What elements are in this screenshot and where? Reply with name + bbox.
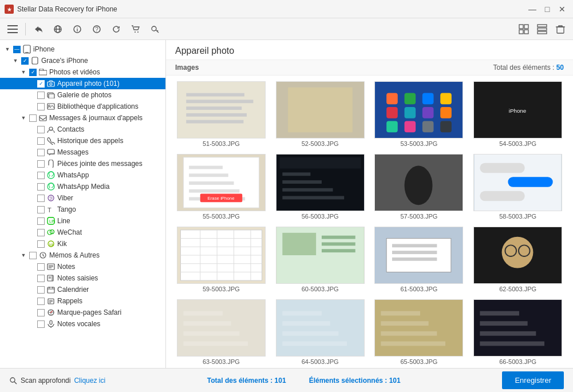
- image-wrapper[interactable]: ✓iPhone: [473, 81, 562, 138]
- sidebar-item-historique[interactable]: Historique des appels: [0, 135, 165, 146]
- image-wrapper[interactable]: ✓: [276, 154, 365, 211]
- checkbox-iphone[interactable]: —: [13, 46, 21, 53]
- sidebar-item-appareil-photo[interactable]: ✓ Appareil photo (101): [0, 78, 165, 89]
- checkbox-historique[interactable]: [37, 137, 45, 145]
- checkbox-rappels[interactable]: [37, 298, 45, 305]
- image-wrapper[interactable]: ✓Erase iPhone: [177, 154, 266, 211]
- refresh-button[interactable]: [108, 21, 124, 37]
- image-wrapper[interactable]: ✓: [473, 299, 562, 357]
- checkbox-whatsapp-media[interactable]: [37, 183, 45, 191]
- sidebar-item-messages-journaux[interactable]: ▼ Messages & journaux d'appels: [0, 112, 165, 124]
- minimize-button[interactable]: —: [526, 3, 539, 15]
- sidebar-item-viber[interactable]: Viber: [0, 192, 165, 204]
- image-cell[interactable]: ✓Erase iPhone55-5003.JPG: [175, 154, 267, 220]
- image-wrapper[interactable]: ✓: [177, 299, 266, 357]
- checkbox-memos[interactable]: [29, 252, 37, 259]
- expand-photos[interactable]: ▼: [19, 68, 27, 76]
- back-button[interactable]: [30, 21, 46, 37]
- image-cell[interactable]: ✓51-5003.JPG: [175, 81, 267, 147]
- checkbox-messages[interactable]: [37, 149, 45, 156]
- expand-iphone[interactable]: ▼: [3, 45, 11, 53]
- expand-memos[interactable]: ▼: [19, 251, 27, 259]
- checkbox-whatsapp[interactable]: [37, 172, 45, 179]
- scan-link[interactable]: Cliquez ici: [74, 377, 105, 385]
- sidebar-item-tango[interactable]: T Tango: [0, 204, 165, 215]
- image-cell[interactable]: ✓65-5003.JPG: [373, 299, 465, 365]
- checkbox-wechat[interactable]: [37, 229, 45, 236]
- checkbox-galerie[interactable]: [37, 92, 45, 99]
- sidebar-item-galerie[interactable]: Galerie de photos: [0, 89, 165, 101]
- checkbox-notes-vocales[interactable]: [37, 320, 45, 328]
- sidebar-item-bibliotheque[interactable]: Bibliothèque d'applications: [0, 101, 165, 112]
- image-wrapper[interactable]: ✓: [473, 227, 562, 284]
- sidebar-item-kik[interactable]: kik Kik: [0, 238, 165, 250]
- image-cell[interactable]: ✓56-5003.JPG: [274, 154, 366, 220]
- checkbox-messages-journaux[interactable]: [29, 114, 37, 122]
- image-wrapper[interactable]: ✓: [374, 227, 463, 284]
- image-cell[interactable]: ✓61-5003.JPG: [373, 227, 465, 292]
- expand-messages[interactable]: ▼: [19, 114, 27, 122]
- checkbox-viber[interactable]: [37, 195, 45, 202]
- grid-view-button[interactable]: [516, 21, 532, 37]
- image-cell[interactable]: ✓66-5003.JPG: [472, 299, 564, 365]
- image-cell[interactable]: ✓58-5003.JPG: [472, 154, 564, 220]
- image-wrapper[interactable]: ✓: [177, 81, 266, 138]
- sidebar-item-wechat[interactable]: WeChat: [0, 227, 165, 238]
- checkbox-photos[interactable]: ✓: [29, 69, 37, 76]
- sidebar-item-marque-pages[interactable]: Marque-pages Safari: [0, 307, 165, 318]
- checkbox-contacts[interactable]: [37, 126, 45, 133]
- checkbox-marque-pages[interactable]: [37, 309, 45, 316]
- image-wrapper[interactable]: ✓: [374, 299, 463, 357]
- globe-button[interactable]: [50, 21, 66, 37]
- sidebar-item-rappels[interactable]: Rappels: [0, 295, 165, 307]
- sidebar-item-graces-iphone[interactable]: ▼ ✓ Grace's iPhone: [0, 55, 165, 66]
- image-wrapper[interactable]: ✓: [473, 154, 562, 211]
- save-button[interactable]: Enregistrer: [502, 371, 564, 389]
- checkbox-notes[interactable]: [37, 263, 45, 271]
- sidebar-item-memos-autres[interactable]: ▼ Mémos & Autres: [0, 250, 165, 261]
- sidebar-item-notes-vocales[interactable]: Notes vocales: [0, 318, 165, 330]
- image-cell[interactable]: ✓60-5003.JPG: [274, 227, 366, 292]
- checkbox-bibliotheque[interactable]: [37, 103, 45, 110]
- checkbox-calendrier[interactable]: [37, 286, 45, 294]
- list-view-button[interactable]: [534, 21, 550, 37]
- sidebar-item-photos-videos[interactable]: ▼ ✓ Photos et vidéos: [0, 66, 165, 78]
- image-wrapper[interactable]: ✓: [177, 227, 266, 284]
- image-cell[interactable]: ✓64-5003.JPG: [274, 299, 366, 365]
- checkbox-graces-iphone[interactable]: ✓: [21, 57, 29, 65]
- sidebar-item-messages[interactable]: Messages: [0, 146, 165, 158]
- sidebar-item-whatsapp[interactable]: WhatsApp: [0, 169, 165, 181]
- sidebar-item-iphone[interactable]: ▼ — iPhone: [0, 43, 165, 55]
- image-grid-container[interactable]: ✓51-5003.JPG✓52-5003.JPG✓53-5003.JPG✓iPh…: [166, 76, 573, 368]
- menu-button[interactable]: [5, 21, 21, 37]
- expand-graces-iphone[interactable]: ▼: [11, 57, 19, 65]
- sidebar-item-calendrier[interactable]: Calendrier: [0, 284, 165, 295]
- checkbox-kik[interactable]: [37, 240, 45, 248]
- maximize-button[interactable]: □: [541, 3, 554, 15]
- image-cell[interactable]: ✓62-5003.JPG: [472, 227, 564, 292]
- image-wrapper[interactable]: ✓: [374, 81, 463, 138]
- image-cell[interactable]: ✓52-5003.JPG: [274, 81, 366, 147]
- image-wrapper[interactable]: ✓: [276, 81, 365, 138]
- checkbox-pieces-jointe[interactable]: [37, 160, 45, 168]
- help-button[interactable]: ?: [89, 21, 105, 37]
- image-cell[interactable]: ✓63-5003.JPG: [175, 299, 267, 365]
- checkbox-line[interactable]: [37, 217, 45, 225]
- image-wrapper[interactable]: ✓: [374, 154, 463, 211]
- info-button[interactable]: i: [69, 21, 85, 37]
- image-cell[interactable]: ✓iPhone54-5003.JPG: [472, 81, 564, 147]
- image-wrapper[interactable]: ✓: [276, 299, 365, 357]
- key-button[interactable]: [147, 21, 163, 37]
- image-cell[interactable]: ✓57-5003.JPG: [373, 154, 465, 220]
- image-wrapper[interactable]: ✓: [276, 227, 365, 284]
- image-cell[interactable]: ✓53-5003.JPG: [373, 81, 465, 147]
- sidebar-item-line[interactable]: LINE Line: [0, 215, 165, 227]
- sidebar-item-pieces-jointe[interactable]: Pièces jointe des messages: [0, 158, 165, 169]
- cart-button[interactable]: [128, 21, 144, 37]
- sidebar-item-notes-saisies[interactable]: Notes saisies: [0, 272, 165, 284]
- close-button[interactable]: ✕: [556, 3, 568, 15]
- delete-button[interactable]: [552, 21, 568, 37]
- checkbox-notes-saisies[interactable]: [37, 275, 45, 282]
- checkbox-appareil[interactable]: ✓: [37, 80, 45, 88]
- image-cell[interactable]: ✓59-5003.JPG: [175, 227, 267, 292]
